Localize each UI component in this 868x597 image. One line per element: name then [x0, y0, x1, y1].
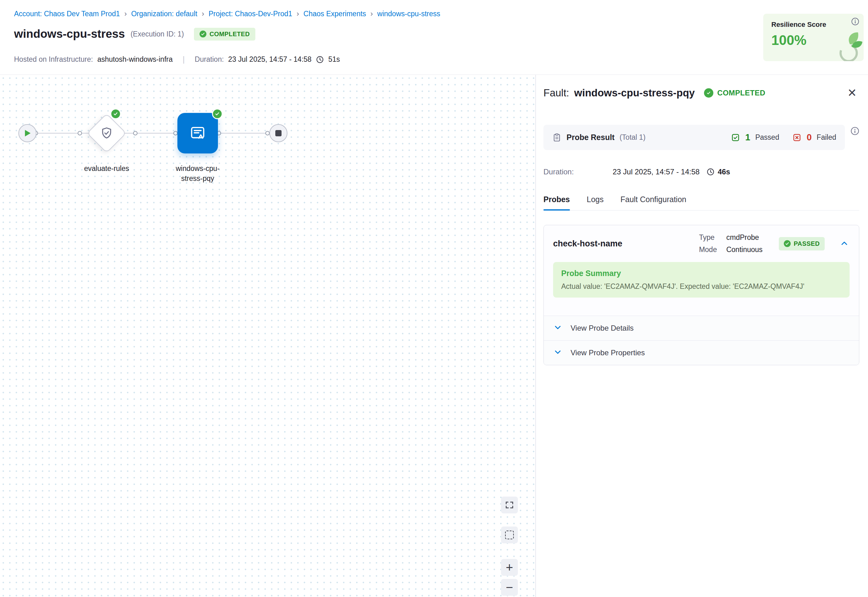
marquee-icon	[505, 530, 514, 539]
tab-probes[interactable]: Probes	[544, 195, 570, 210]
fault-tabs: Probes Logs Fault Configuration	[544, 195, 859, 211]
info-icon[interactable]	[850, 127, 859, 135]
execution-id: (Execution ID: 1)	[130, 30, 184, 39]
check-circle-icon	[704, 88, 713, 98]
play-icon	[24, 129, 31, 137]
check-circle-icon	[200, 31, 206, 37]
probe-status-badge: PASSED	[779, 237, 825, 251]
selection-button[interactable]	[501, 527, 518, 544]
tab-fault-configuration[interactable]: Fault Configuration	[621, 195, 686, 210]
clipboard-icon	[552, 133, 561, 142]
zoom-in-button[interactable]: +	[501, 559, 518, 576]
breadcrumb-current[interactable]: windows-cpu-stress	[377, 10, 440, 18]
tab-logs[interactable]: Logs	[587, 195, 604, 210]
breadcrumb-separator: ›	[370, 9, 373, 18]
probe-result-summary: Probe Result (Total 1) 1 Passed 0 Failed	[544, 125, 845, 150]
probe-summary-title: Probe Summary	[561, 269, 841, 278]
probe-links: View Probe Details View Probe Properties	[544, 316, 859, 365]
breadcrumb-account[interactable]: Account: Chaos Dev Team Prod1	[14, 10, 120, 18]
node-port	[173, 131, 178, 135]
duration-label: Duration:	[195, 55, 224, 64]
evaluate-rules-label: evaluate-rules	[69, 163, 144, 174]
fault-title-value: windows-cpu-stress-pqy	[574, 87, 695, 99]
probe-type-value: cmdProbe	[726, 233, 762, 242]
probe-summary-text: Actual value: 'EC2AMAZ-QMVAF4J'. Expecte…	[561, 282, 841, 291]
node-success-badge-icon	[110, 108, 121, 119]
view-probe-details-row[interactable]: View Probe Details	[544, 316, 859, 340]
fault-status-label: COMPLETED	[717, 89, 765, 97]
passed-count: 1	[745, 132, 750, 143]
probe-result-total: (Total 1)	[619, 133, 645, 142]
fault-duration-value: 23 Jul 2025, 14:57 - 14:58	[613, 168, 700, 176]
resilience-score-card: Resilience Score 100%	[763, 14, 864, 61]
view-probe-properties-row[interactable]: View Probe Properties	[544, 340, 859, 365]
flow-connector-line	[27, 133, 278, 134]
pipeline-canvas[interactable]: evaluate-rules windows-cpu-stress-pqy + …	[0, 75, 536, 597]
probe-card: check-host-name Type cmdProbe Mode Conti…	[544, 225, 859, 365]
leaf-decoration-icon	[826, 31, 863, 61]
infrastructure-value: ashutosh-windows-infra	[97, 55, 173, 64]
node-port	[265, 131, 270, 135]
check-circle-icon	[784, 240, 791, 247]
experiment-status-badge: COMPLETED	[194, 28, 255, 40]
fault-node[interactable]	[178, 113, 218, 153]
fault-status: COMPLETED	[704, 88, 765, 98]
probe-meta: Type cmdProbe Mode Continuous	[699, 233, 763, 254]
probe-mode-label: Mode	[699, 245, 717, 254]
page-header: Account: Chaos Dev Team Prod1 › Organiza…	[0, 0, 868, 75]
fault-title-label: Fault:	[544, 87, 569, 99]
fault-details-panel: Fault: windows-cpu-stress-pqy COMPLETED …	[536, 75, 868, 597]
collapse-probe-button[interactable]	[839, 238, 850, 249]
info-icon[interactable]	[851, 18, 859, 25]
breadcrumb-separator: ›	[124, 9, 127, 18]
chevron-down-icon	[553, 323, 563, 333]
breadcrumb-chaos-experiments[interactable]: Chaos Experiments	[304, 10, 366, 18]
passed-label: Passed	[755, 133, 779, 142]
fault-header: Fault: windows-cpu-stress-pqy COMPLETED …	[544, 86, 859, 100]
fault-duration-label: Duration:	[544, 168, 613, 176]
clock-icon	[707, 168, 715, 176]
zoom-out-button[interactable]: −	[501, 579, 518, 596]
breadcrumb-separator: ›	[296, 9, 299, 18]
fault-duration-row: Duration: 23 Jul 2025, 14:57 - 14:58 46s	[544, 168, 859, 176]
evaluate-rules-node[interactable]	[87, 113, 126, 153]
probe-summary-box: Probe Summary Actual value: 'EC2AMAZ-QMV…	[553, 262, 850, 297]
node-port	[78, 131, 82, 135]
page-title: windows-cpu-stress	[14, 27, 125, 40]
fault-icon	[189, 124, 207, 142]
view-probe-details-label: View Probe Details	[570, 324, 634, 333]
breadcrumb-project[interactable]: Project: Chaos-Dev-Prod1	[209, 10, 292, 18]
fault-node-label: windows-cpu-stress-pqy	[170, 163, 226, 183]
pipeline-end-node[interactable]	[270, 124, 287, 142]
meta-divider: |	[183, 55, 185, 64]
probe-card-header[interactable]: check-host-name Type cmdProbe Mode Conti…	[544, 225, 859, 260]
failed-count: 0	[807, 132, 812, 143]
breadcrumb: Account: Chaos Dev Team Prod1 › Organiza…	[14, 9, 440, 18]
probe-result-title: Probe Result	[566, 133, 615, 142]
stop-icon	[275, 130, 281, 136]
node-port	[133, 131, 138, 135]
breadcrumb-separator: ›	[202, 9, 204, 18]
infrastructure-label: Hosted on Infrastructure:	[14, 55, 93, 64]
fullscreen-icon	[505, 500, 514, 509]
failed-label: Failed	[816, 133, 836, 142]
passed-icon	[731, 133, 740, 142]
fullscreen-button[interactable]	[501, 496, 518, 514]
clock-icon	[316, 55, 324, 64]
probe-result-counts: 1 Passed 0 Failed	[731, 132, 836, 143]
title-row: windows-cpu-stress (Execution ID: 1) COM…	[14, 27, 255, 40]
resilience-score-label: Resilience Score	[771, 21, 856, 29]
pipeline-start-node[interactable]	[18, 124, 37, 142]
canvas-controls: + −	[501, 496, 518, 596]
close-panel-button[interactable]: ✕	[845, 86, 859, 100]
view-probe-properties-label: View Probe Properties	[570, 348, 645, 357]
duration-elapsed: 51s	[328, 55, 340, 64]
chevron-down-icon	[553, 348, 563, 358]
breadcrumb-organization[interactable]: Organization: default	[131, 10, 197, 18]
node-success-badge-icon	[212, 108, 223, 119]
probe-status-label: PASSED	[794, 240, 820, 247]
chevron-up-icon	[840, 239, 849, 248]
probe-type-label: Type	[699, 233, 717, 242]
probe-name: check-host-name	[553, 239, 622, 249]
fault-duration-elapsed: 46s	[718, 168, 730, 176]
